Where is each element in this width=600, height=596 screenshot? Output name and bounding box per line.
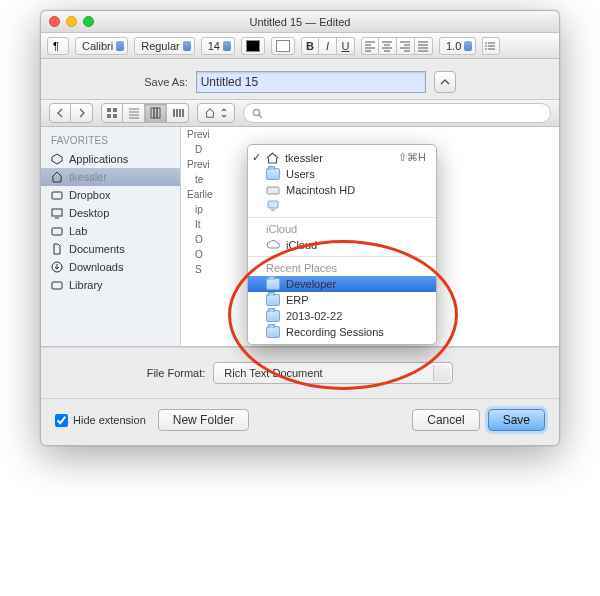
- menu-header-icloud: iCloud: [248, 221, 436, 237]
- menu-item-volume[interactable]: Macintosh HD: [248, 182, 436, 198]
- sidebar-item-lab[interactable]: Lab: [41, 222, 180, 240]
- svg-point-1: [485, 42, 487, 44]
- align-left-icon[interactable]: [361, 37, 379, 55]
- highlight-color-button[interactable]: [271, 37, 295, 55]
- svg-rect-6: [107, 114, 111, 118]
- hdd-icon: [266, 184, 280, 196]
- browser-toolbar: [41, 99, 559, 127]
- menu-item-icloud[interactable]: iCloud: [248, 237, 436, 253]
- list-button[interactable]: [482, 37, 500, 55]
- file-format-label: File Format:: [147, 367, 206, 379]
- home-icon: [204, 107, 216, 119]
- coverflow-view-button[interactable]: [167, 103, 189, 123]
- filename-input[interactable]: [196, 71, 426, 93]
- sidebar-item-desktop[interactable]: Desktop: [41, 204, 180, 222]
- font-family-select[interactable]: Calibri: [75, 37, 128, 55]
- svg-rect-18: [268, 201, 278, 208]
- text-color-button[interactable]: [241, 37, 265, 55]
- home-icon: [266, 152, 279, 164]
- search-input[interactable]: [243, 103, 551, 123]
- menu-item-recent-erp[interactable]: ERP: [248, 292, 436, 308]
- align-justify-icon[interactable]: [415, 37, 433, 55]
- menu-item-recent-developer[interactable]: Developer: [248, 276, 436, 292]
- svg-rect-14: [52, 228, 62, 235]
- svg-rect-12: [52, 192, 62, 199]
- folder-icon: [266, 310, 280, 322]
- svg-text:¶: ¶: [53, 40, 59, 52]
- mac-icon: [266, 200, 280, 212]
- sidebar-header: FAVORITES: [41, 131, 180, 150]
- expand-collapse-button[interactable]: [434, 71, 456, 93]
- checkmark-icon: ✓: [252, 151, 261, 164]
- column-view-button[interactable]: [145, 103, 167, 123]
- svg-point-11: [253, 109, 259, 115]
- svg-rect-5: [113, 108, 117, 112]
- sidebar-item-applications[interactable]: Applications: [41, 150, 180, 168]
- chevron-updown-icon: [220, 108, 228, 118]
- sidebar: FAVORITES Applications tkessler Dropbox …: [41, 127, 181, 346]
- new-folder-button[interactable]: New Folder: [158, 409, 249, 431]
- svg-rect-4: [107, 108, 111, 112]
- bold-button[interactable]: B: [301, 37, 319, 55]
- sidebar-item-downloads[interactable]: Downloads: [41, 258, 180, 276]
- cancel-button[interactable]: Cancel: [412, 409, 479, 431]
- menu-item-recent-recording[interactable]: Recording Sessions: [248, 324, 436, 340]
- menu-separator: [248, 256, 436, 257]
- align-right-icon[interactable]: [397, 37, 415, 55]
- window-title: Untitled 15 — Edited: [41, 15, 559, 29]
- search-icon: [252, 108, 263, 119]
- svg-rect-10: [157, 108, 160, 118]
- menu-item-home[interactable]: ✓ tkessler ⇧⌘H: [248, 149, 436, 166]
- nav-segment: [49, 103, 93, 123]
- dialog-footer: Hide extension New Folder Cancel Save: [41, 399, 559, 445]
- icon-view-button[interactable]: [101, 103, 123, 123]
- titlebar[interactable]: Untitled 15 — Edited: [41, 11, 559, 33]
- menu-item-computer[interactable]: [248, 198, 436, 214]
- svg-rect-13: [52, 209, 62, 216]
- svg-rect-16: [52, 282, 62, 289]
- svg-point-2: [485, 45, 487, 47]
- menu-item-recent-date[interactable]: 2013-02-22: [248, 308, 436, 324]
- format-toolbar: ¶ Calibri Regular 14 B I U 1.0: [41, 33, 559, 59]
- list-view-button[interactable]: [123, 103, 145, 123]
- svg-point-3: [485, 48, 487, 50]
- folder-icon: [266, 278, 280, 290]
- line-spacing-select[interactable]: 1.0: [439, 37, 476, 55]
- save-button[interactable]: Save: [488, 409, 545, 431]
- folder-icon: [266, 168, 280, 180]
- font-size-select[interactable]: 14: [201, 37, 235, 55]
- save-as-row: Save As:: [41, 59, 559, 99]
- italic-button[interactable]: I: [319, 37, 337, 55]
- path-popup-button[interactable]: [197, 103, 235, 123]
- align-center-icon[interactable]: [379, 37, 397, 55]
- forward-button[interactable]: [71, 103, 93, 123]
- save-as-label: Save As:: [144, 76, 187, 88]
- hide-extension-checkbox[interactable]: Hide extension: [55, 414, 146, 427]
- menu-item-users[interactable]: Users: [248, 166, 436, 182]
- underline-button[interactable]: U: [337, 37, 355, 55]
- view-segment: [101, 103, 189, 123]
- font-style-select[interactable]: Regular: [134, 37, 195, 55]
- menu-header-recent: Recent Places: [248, 260, 436, 276]
- sidebar-item-home[interactable]: tkessler: [41, 168, 180, 186]
- sidebar-item-library[interactable]: Library: [41, 276, 180, 294]
- folder-icon: [266, 294, 280, 306]
- text-style-segment: B I U: [301, 37, 355, 55]
- paragraph-style-button[interactable]: ¶: [47, 37, 69, 55]
- menu-separator: [248, 217, 436, 218]
- svg-rect-7: [113, 114, 117, 118]
- sidebar-item-dropbox[interactable]: Dropbox: [41, 186, 180, 204]
- back-button[interactable]: [49, 103, 71, 123]
- alignment-segment: [361, 37, 433, 55]
- file-format-row: File Format: Rich Text Document: [41, 347, 559, 399]
- cloud-icon: [266, 240, 280, 250]
- sidebar-item-documents[interactable]: Documents: [41, 240, 180, 258]
- list-segment: [482, 37, 500, 55]
- file-format-select[interactable]: Rich Text Document: [213, 362, 453, 384]
- svg-rect-17: [267, 187, 279, 194]
- svg-rect-19: [271, 209, 275, 211]
- path-popup-menu: ✓ tkessler ⇧⌘H Users Macintosh HD iCloud…: [247, 144, 437, 345]
- folder-icon: [266, 326, 280, 338]
